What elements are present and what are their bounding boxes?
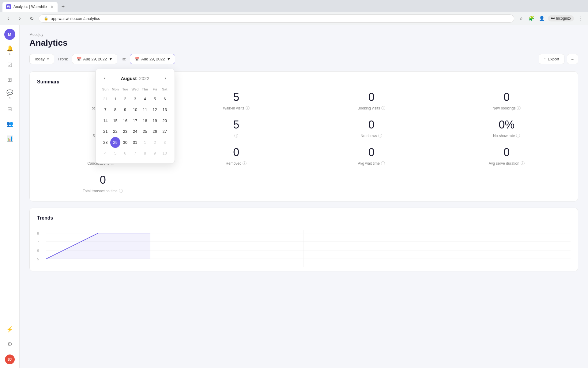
sidebar-item-power[interactable]: ⚡ bbox=[3, 323, 17, 336]
close-tab-button[interactable]: ✕ bbox=[50, 4, 54, 9]
calendar-day[interactable]: 5 bbox=[110, 148, 120, 159]
help-icon-new-bookings[interactable]: ⓘ bbox=[517, 105, 521, 111]
profile-icon[interactable]: 👤 bbox=[537, 14, 546, 23]
calendar-day[interactable]: 31 bbox=[130, 137, 140, 148]
calendar-day[interactable]: 8 bbox=[140, 148, 150, 159]
calendar-day[interactable]: 11 bbox=[140, 104, 150, 115]
calendar-day[interactable]: 4 bbox=[100, 148, 110, 159]
stat-value-booking-visits: 0 bbox=[368, 91, 375, 104]
nav-extras: ☆ 🧩 👤 🕶 Incognito ⋮ bbox=[517, 14, 584, 23]
calendar-day[interactable]: 13 bbox=[160, 104, 170, 115]
calendar-day[interactable]: 21 bbox=[100, 126, 110, 137]
calendar-day[interactable]: 7 bbox=[100, 104, 110, 115]
sidebar-item-apps[interactable]: ⊟ bbox=[3, 102, 17, 116]
main-content: Moodjoy Analytics Today ▼ From: 📅 Aug 29… bbox=[20, 25, 588, 368]
forward-button[interactable]: › bbox=[15, 14, 24, 23]
calendar-day[interactable]: 10 bbox=[130, 104, 140, 115]
incognito-indicator: 🕶 Incognito bbox=[548, 15, 574, 21]
sidebar-item-messages[interactable]: 💬 0 bbox=[3, 88, 17, 101]
stat-avg-serve: 0 Avg serve duration ⓘ bbox=[443, 146, 571, 166]
today-button[interactable]: Today ▼ bbox=[29, 54, 54, 64]
calendar-day[interactable]: 12 bbox=[150, 104, 160, 115]
calendar-day[interactable]: 16 bbox=[120, 115, 130, 126]
help-icon-misc[interactable]: ⓘ bbox=[234, 133, 238, 139]
calendar-day[interactable]: 25 bbox=[140, 126, 150, 137]
today-chevron-icon: ▼ bbox=[47, 57, 50, 61]
calendar-day[interactable]: 2 bbox=[120, 94, 130, 104]
stat-label-removed: Removed ⓘ bbox=[226, 161, 247, 166]
calendar-day[interactable]: 3 bbox=[130, 94, 140, 104]
help-icon-avg-serve[interactable]: ⓘ bbox=[521, 161, 525, 166]
sidebar-user-avatar[interactable]: SJ bbox=[5, 355, 15, 364]
calendar-day[interactable]: 24 bbox=[130, 126, 140, 137]
stat-removed: 0 Removed ⓘ bbox=[172, 146, 300, 166]
dow-thu: Thu bbox=[140, 86, 150, 92]
calendar-day[interactable]: 19 bbox=[150, 115, 160, 126]
calendar-day[interactable]: 9 bbox=[120, 104, 130, 115]
from-date-button[interactable]: 📅 Aug 29, 2022 ▼ bbox=[72, 54, 117, 64]
from-chevron-icon: ▼ bbox=[109, 57, 113, 61]
calendar-day[interactable]: 6 bbox=[120, 148, 130, 159]
calendar-day[interactable]: 7 bbox=[130, 148, 140, 159]
export-button[interactable]: ↑ Export bbox=[539, 54, 564, 64]
active-tab[interactable]: W Analytics | Waitwhile ✕ bbox=[2, 2, 58, 12]
to-date-value: Aug 29, 2022 bbox=[141, 57, 165, 61]
sidebar-item-tasks[interactable]: ☑ bbox=[3, 58, 17, 72]
bookmark-icon[interactable]: ☆ bbox=[517, 14, 525, 23]
calendar-day[interactable]: 23 bbox=[120, 126, 130, 137]
calendar-day[interactable]: 3 bbox=[160, 137, 170, 148]
calendar-day[interactable]: 22 bbox=[110, 126, 120, 137]
stat-booking-visits: 0 Booking visits ⓘ bbox=[307, 91, 435, 111]
calendar-day[interactable]: 17 bbox=[130, 115, 140, 126]
stat-label-no-show-rate: No-show rate ⓘ bbox=[493, 133, 520, 139]
help-icon-removed[interactable]: ⓘ bbox=[243, 161, 247, 166]
calendar-day[interactable]: 1 bbox=[110, 94, 120, 104]
stat-new-bookings: 0 New bookings ⓘ bbox=[443, 91, 571, 111]
calendar-day[interactable]: 8 bbox=[110, 104, 120, 115]
calendar-day[interactable]: 28 bbox=[100, 137, 110, 148]
extensions-icon[interactable]: 🧩 bbox=[527, 14, 536, 23]
sidebar-item-settings[interactable]: ⚙ bbox=[3, 337, 17, 351]
calendar-day[interactable]: 14 bbox=[100, 115, 110, 126]
sidebar-logo-avatar[interactable]: M bbox=[4, 29, 15, 40]
help-icon-total-transaction[interactable]: ⓘ bbox=[119, 188, 123, 194]
calendar-week-row: 14151617181920 bbox=[100, 115, 170, 126]
calendar-day[interactable]: 27 bbox=[160, 126, 170, 137]
sidebar-item-notifications[interactable]: 🔔 4 bbox=[3, 44, 17, 57]
menu-button[interactable]: ⋮ bbox=[576, 14, 584, 23]
dow-fri: Fri bbox=[150, 86, 160, 92]
calendar-day[interactable]: 30 bbox=[120, 137, 130, 148]
calendar-day[interactable]: 10 bbox=[160, 148, 170, 159]
calendar-day[interactable]: 2 bbox=[150, 137, 160, 148]
stat-label-new-bookings: New bookings ⓘ bbox=[492, 105, 521, 111]
calendar-day[interactable]: 29 bbox=[110, 137, 120, 148]
sidebar-item-queue[interactable]: ⊞ bbox=[3, 73, 17, 86]
summary-row-4: 0 Total transaction time ⓘ bbox=[37, 174, 571, 194]
help-icon-avg-wait[interactable]: ⓘ bbox=[381, 161, 385, 166]
reload-button[interactable]: ↻ bbox=[27, 14, 36, 23]
more-options-button[interactable]: ··· bbox=[567, 54, 578, 64]
calendar-day[interactable]: 26 bbox=[150, 126, 160, 137]
new-tab-button[interactable]: + bbox=[59, 2, 67, 11]
to-date-button[interactable]: 📅 Aug 29, 2022 ▼ bbox=[130, 54, 175, 64]
help-icon-booking-visits[interactable]: ⓘ bbox=[381, 105, 385, 111]
calendar-day[interactable]: 5 bbox=[150, 94, 160, 104]
calendar-day[interactable]: 15 bbox=[110, 115, 120, 126]
back-button[interactable]: ‹ bbox=[4, 14, 13, 23]
calendar-day[interactable]: 9 bbox=[150, 148, 160, 159]
calendar-prev-button[interactable]: ‹ bbox=[100, 74, 109, 82]
help-icon-no-shows[interactable]: ⓘ bbox=[378, 133, 382, 139]
sidebar-item-analytics[interactable]: 📊 bbox=[3, 132, 17, 145]
help-icon-no-show-rate[interactable]: ⓘ bbox=[516, 133, 520, 139]
calendar-day[interactable]: 6 bbox=[160, 94, 170, 104]
calendar-week-row: 31123456 bbox=[100, 94, 170, 104]
calendar-day[interactable]: 18 bbox=[140, 115, 150, 126]
calendar-day[interactable]: 31 bbox=[100, 94, 110, 104]
calendar-day[interactable]: 20 bbox=[160, 115, 170, 126]
calendar-day[interactable]: 4 bbox=[140, 94, 150, 104]
calendar-day[interactable]: 1 bbox=[140, 137, 150, 148]
help-icon-walkin-visits[interactable]: ⓘ bbox=[246, 105, 250, 111]
address-bar[interactable]: 🔒 app.waitwhile.com/analytics bbox=[39, 14, 514, 23]
calendar-next-button[interactable]: › bbox=[161, 74, 170, 82]
sidebar-item-people[interactable]: 👥 bbox=[3, 117, 17, 131]
